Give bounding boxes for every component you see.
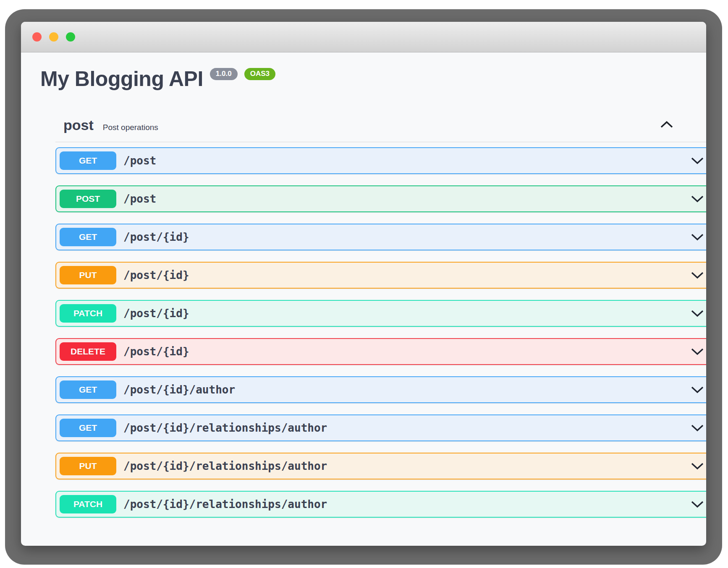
tag-section-header[interactable]: post Post operations — [40, 117, 694, 133]
titlebar — [21, 22, 706, 52]
traffic-lights — [32, 32, 75, 42]
operations-list: GET /post POST /post GET /post/{id} PUT … — [55, 147, 706, 518]
operation-row-patch-post-id-relationships-author[interactable]: PATCH /post/{id}/relationships/author — [55, 491, 706, 518]
method-badge: GET — [60, 151, 116, 170]
chevron-down-icon[interactable] — [691, 425, 704, 432]
method-badge: PATCH — [60, 495, 116, 513]
chevron-down-icon[interactable] — [691, 463, 704, 470]
chevron-down-icon[interactable] — [691, 348, 704, 355]
swagger-content: My Blogging API 1.0.0 OAS3 post Post ope… — [21, 52, 706, 518]
operation-path: /post/{id}/relationships/author — [123, 422, 327, 434]
chevron-down-icon[interactable] — [691, 272, 704, 279]
method-badge: PATCH — [60, 304, 116, 323]
minimize-button[interactable] — [49, 32, 58, 42]
operation-path: /post — [123, 154, 156, 167]
method-badge: GET — [60, 380, 116, 399]
api-header: My Blogging API 1.0.0 OAS3 — [40, 67, 694, 91]
oas3-badge: OAS3 — [244, 68, 275, 80]
operation-row-put-post-id-relationships-author[interactable]: PUT /post/{id}/relationships/author — [55, 453, 706, 479]
close-button[interactable] — [32, 32, 42, 42]
chevron-up-icon[interactable] — [660, 121, 673, 130]
method-badge: PUT — [60, 457, 116, 475]
chevron-down-icon[interactable] — [691, 386, 704, 393]
operation-row-patch-post-id-[interactable]: PATCH /post/{id} — [55, 300, 706, 327]
version-badge: 1.0.0 — [210, 68, 238, 80]
operation-row-put-post-id-[interactable]: PUT /post/{id} — [55, 262, 706, 289]
operation-path: /post/{id}/author — [123, 383, 235, 396]
method-badge: DELETE — [60, 342, 116, 361]
tag-description: Post operations — [103, 123, 158, 132]
operation-path: /post/{id} — [123, 269, 189, 281]
operation-path: /post — [123, 193, 156, 205]
chevron-down-icon[interactable] — [691, 501, 704, 508]
operation-row-delete-post-id-[interactable]: DELETE /post/{id} — [55, 338, 706, 365]
app-window: My Blogging API 1.0.0 OAS3 post Post ope… — [21, 22, 706, 546]
operation-path: /post/{id}/relationships/author — [123, 498, 327, 511]
chevron-down-icon[interactable] — [691, 157, 704, 164]
method-badge: PUT — [60, 266, 116, 284]
operation-path: /post/{id}/relationships/author — [123, 460, 327, 472]
maximize-button[interactable] — [66, 32, 75, 42]
chevron-down-icon[interactable] — [691, 310, 704, 317]
operation-row-get-post-id-author[interactable]: GET /post/{id}/author — [55, 376, 706, 403]
page-title: My Blogging API — [40, 67, 203, 91]
operation-path: /post/{id} — [123, 345, 189, 358]
chevron-down-icon[interactable] — [691, 234, 704, 241]
operation-path: /post/{id} — [123, 231, 189, 243]
operation-path: /post/{id} — [123, 307, 189, 320]
operation-row-get-post-id-[interactable]: GET /post/{id} — [55, 224, 706, 250]
chevron-down-icon[interactable] — [691, 195, 704, 203]
section-divider — [55, 142, 706, 142]
operation-row-get-post-id-relationships-author[interactable]: GET /post/{id}/relationships/author — [55, 414, 706, 441]
method-badge: GET — [60, 228, 116, 246]
tag-name: post — [63, 117, 94, 133]
method-badge: POST — [60, 190, 116, 208]
method-badge: GET — [60, 419, 116, 437]
operation-row-post-post[interactable]: POST /post — [55, 185, 706, 212]
operation-row-get-post[interactable]: GET /post — [55, 147, 706, 174]
